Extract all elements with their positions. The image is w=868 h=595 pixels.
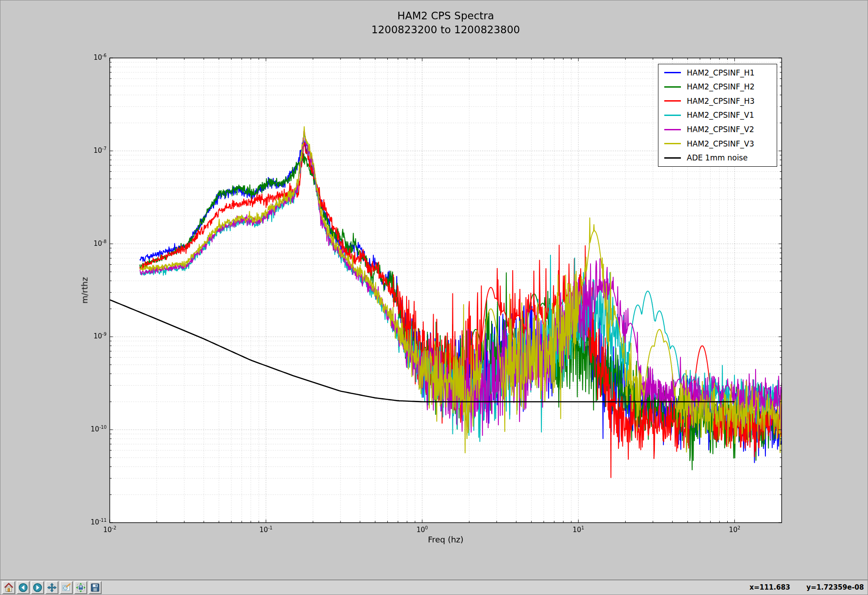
legend-item: HAM2_CPSINF_H1	[658, 67, 777, 79]
legend-label: HAM2_CPSINF_H3	[687, 97, 755, 106]
y-tick-label: 10-10	[54, 425, 107, 433]
back-button[interactable]	[17, 581, 30, 594]
legend-item: HAM2_CPSINF_V1	[658, 109, 777, 121]
y-axis-label: m/rthz	[80, 277, 89, 304]
back-arrow-icon	[18, 583, 28, 592]
legend-label: HAM2_CPSINF_V2	[687, 125, 754, 134]
legend: HAM2_CPSINF_H1HAM2_CPSINF_H2HAM2_CPSINF_…	[658, 64, 777, 167]
zoom-rect-button[interactable]	[60, 581, 73, 594]
x-tick-label: 100	[402, 525, 443, 534]
y-tick-label: 10-6	[54, 53, 107, 62]
legend-item: ADE 1mm noise	[658, 151, 777, 164]
forward-button[interactable]	[31, 581, 44, 594]
legend-item: HAM2_CPSINF_H3	[658, 95, 777, 107]
plot-title-line2: 1200823200 to 1200823800	[110, 24, 782, 36]
figure-window: HAM2 CPS Spectra 1200823200 to 120082380…	[0, 0, 868, 595]
toolbar: x=111.683 y=1.72359e-08	[0, 580, 868, 595]
legend-line-sample	[664, 86, 681, 88]
legend-line-sample	[664, 72, 681, 73]
legend-line-sample	[664, 143, 681, 144]
legend-line-sample	[664, 100, 681, 102]
cursor-x-readout: x=111.683	[749, 583, 790, 591]
y-tick-label: 10-7	[54, 146, 107, 155]
pan-button[interactable]	[45, 581, 58, 594]
cursor-y-readout: y=1.72359e-08	[806, 583, 864, 591]
x-tick-label: 101	[558, 525, 599, 534]
x-tick-label: 10-2	[89, 525, 130, 534]
figure-canvas-area: HAM2 CPS Spectra 1200823200 to 120082380…	[0, 0, 868, 580]
legend-line-sample	[664, 115, 681, 116]
legend-line-sample	[664, 157, 681, 159]
home-button[interactable]	[2, 581, 15, 594]
legend-label: ADE 1mm noise	[687, 153, 747, 162]
x-tick-label: 10-1	[246, 525, 286, 534]
x-axis-label: Freq (hz)	[110, 535, 782, 544]
legend-item: HAM2_CPSINF_H2	[658, 80, 777, 93]
home-icon	[4, 583, 13, 592]
legend-item: HAM2_CPSINF_V2	[658, 123, 777, 136]
x-tick-label: 102	[714, 525, 755, 534]
toolbar-buttons	[2, 581, 102, 594]
save-button[interactable]	[89, 581, 102, 594]
legend-label: HAM2_CPSINF_H2	[687, 82, 755, 91]
legend-label: HAM2_CPSINF_H1	[687, 68, 755, 77]
y-tick-label: 10-8	[54, 239, 107, 248]
save-floppy-icon	[90, 583, 100, 592]
configure-subplots-button[interactable]	[74, 581, 87, 594]
configure-subplots-icon	[76, 583, 85, 592]
legend-item: HAM2_CPSINF_V3	[658, 138, 777, 150]
y-tick-label: 10-9	[54, 332, 107, 340]
legend-line-sample	[664, 129, 681, 130]
pan-arrows-icon	[47, 583, 57, 592]
plot-title-line1: HAM2 CPS Spectra	[110, 10, 782, 22]
forward-arrow-icon	[33, 583, 42, 592]
legend-label: HAM2_CPSINF_V1	[687, 111, 754, 120]
legend-label: HAM2_CPSINF_V3	[687, 139, 754, 148]
statusbar: x=111.683 y=1.72359e-08	[749, 583, 864, 591]
zoom-rect-icon	[62, 583, 71, 592]
